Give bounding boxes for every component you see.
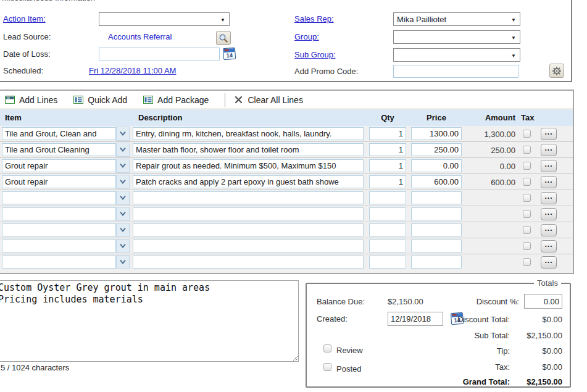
price-input[interactable] (411, 143, 462, 156)
discount-pct-input[interactable] (524, 294, 562, 309)
quick-add-button[interactable]: Quick Add (73, 95, 127, 105)
created-date-input[interactable] (388, 312, 443, 326)
tax-checkbox[interactable] (523, 194, 531, 202)
item-dropdown-button[interactable] (116, 191, 130, 205)
sub-group-select[interactable]: ▼ (393, 48, 520, 62)
price-input[interactable] (411, 191, 462, 204)
item-dropdown-button[interactable] (116, 255, 130, 269)
totals-legend: Totals (534, 278, 561, 288)
lead-source-link[interactable]: Accounts Referral (108, 32, 172, 41)
amount-value: 250.00 (464, 146, 515, 155)
row-options-button[interactable]: ... (541, 192, 557, 204)
posted-label: Posted (336, 364, 361, 373)
description-input[interactable] (133, 256, 364, 269)
tax-checkbox[interactable] (523, 178, 531, 186)
item-input[interactable] (2, 159, 116, 172)
promo-code-input[interactable] (393, 65, 518, 78)
description-input[interactable] (133, 143, 364, 156)
row-options-button[interactable]: ... (541, 160, 557, 172)
price-input[interactable] (411, 240, 462, 252)
tax-checkbox[interactable] (523, 130, 531, 138)
promo-settings-button[interactable] (549, 64, 564, 78)
clear-all-lines-button[interactable]: Clear All Lines (234, 95, 303, 105)
row-options-button[interactable]: ... (541, 144, 557, 156)
row-options-button[interactable]: ... (541, 208, 557, 220)
price-input[interactable] (411, 127, 462, 140)
description-input[interactable] (133, 191, 364, 204)
tax-checkbox[interactable] (523, 226, 531, 234)
description-input[interactable] (133, 207, 364, 220)
scheduled-link[interactable]: Fri 12/28/2018 11:00 AM (89, 66, 176, 75)
item-input[interactable] (2, 175, 116, 188)
qty-input[interactable] (369, 191, 406, 204)
qty-input[interactable] (369, 127, 406, 140)
description-input[interactable] (133, 175, 364, 188)
review-checkbox[interactable] (323, 344, 331, 352)
description-input[interactable] (133, 223, 364, 236)
item-dropdown-button[interactable] (116, 127, 130, 141)
item-input[interactable] (2, 240, 116, 252)
qty-input[interactable] (369, 207, 406, 220)
price-input[interactable] (411, 256, 462, 269)
item-input[interactable] (2, 223, 116, 236)
qty-input[interactable] (369, 175, 406, 188)
description-input[interactable] (133, 240, 364, 252)
tax-checkbox[interactable] (523, 146, 531, 154)
notes-textarea[interactable]: Custom Oyster Grey grout in main areas P… (0, 280, 299, 362)
price-input[interactable] (411, 207, 462, 220)
col-qty: Qty (369, 113, 406, 122)
tax-checkbox[interactable] (523, 258, 531, 266)
lead-source-search-button[interactable] (216, 31, 231, 45)
sales-rep-select[interactable]: Mika Pailliotet ▼ (393, 12, 520, 26)
qty-input[interactable] (369, 223, 406, 236)
posted-checkbox[interactable] (323, 363, 331, 371)
date-of-loss-calendar-icon[interactable]: 14 (222, 46, 236, 60)
price-input[interactable] (411, 159, 462, 172)
qty-input[interactable] (369, 256, 406, 269)
price-input[interactable] (411, 175, 462, 188)
item-input[interactable] (2, 191, 116, 204)
grand-total-label: Grand Total: (463, 377, 510, 386)
search-icon (219, 33, 228, 43)
row-options-button[interactable]: ... (541, 240, 557, 252)
add-lines-button[interactable]: Add Lines (5, 95, 57, 105)
row-options-button[interactable]: ... (541, 224, 557, 236)
discount-total-label: Discount Total: (457, 315, 510, 324)
qty-input[interactable] (369, 240, 406, 252)
sales-rep-link[interactable]: Sales Rep: (294, 14, 334, 23)
item-dropdown-button[interactable] (116, 175, 130, 189)
tax-checkbox[interactable] (523, 210, 531, 218)
group-select[interactable]: ▼ (393, 30, 520, 44)
group-link[interactable]: Group: (294, 32, 319, 41)
row-options-button[interactable]: ... (541, 128, 557, 140)
chevron-down-icon (119, 179, 127, 185)
row-options-button[interactable]: ... (541, 176, 557, 188)
qty-input[interactable] (369, 159, 406, 172)
action-item-select[interactable]: ▼ (99, 12, 230, 26)
item-input[interactable] (2, 127, 116, 140)
col-item: Item (5, 113, 22, 122)
description-input[interactable] (133, 127, 364, 140)
sub-total-row: Sub Total: $2,150.00 (474, 331, 562, 340)
item-dropdown-button[interactable] (116, 143, 130, 157)
item-dropdown-button[interactable] (116, 159, 130, 173)
price-input[interactable] (411, 223, 462, 236)
tax-checkbox[interactable] (523, 242, 531, 250)
description-input[interactable] (133, 159, 364, 172)
discount-total-row: Discount Total: $0.00 (457, 315, 562, 324)
sub-group-link[interactable]: Sub Group: (294, 50, 336, 59)
item-input[interactable] (2, 256, 116, 269)
item-input[interactable] (2, 143, 116, 156)
date-of-loss-input[interactable] (99, 48, 220, 60)
tax-checkbox[interactable] (523, 162, 531, 170)
action-item-link[interactable]: Action Item: (3, 14, 46, 23)
scheduled-label: Scheduled: (3, 66, 43, 75)
item-dropdown-button[interactable] (116, 239, 130, 253)
item-input[interactable] (2, 207, 116, 220)
item-dropdown-button[interactable] (116, 223, 130, 237)
qty-input[interactable] (369, 143, 406, 156)
row-options-button[interactable]: ... (541, 256, 557, 269)
chevron-down-icon (119, 259, 127, 265)
item-dropdown-button[interactable] (116, 207, 130, 221)
add-package-button[interactable]: Add Package (143, 95, 209, 105)
